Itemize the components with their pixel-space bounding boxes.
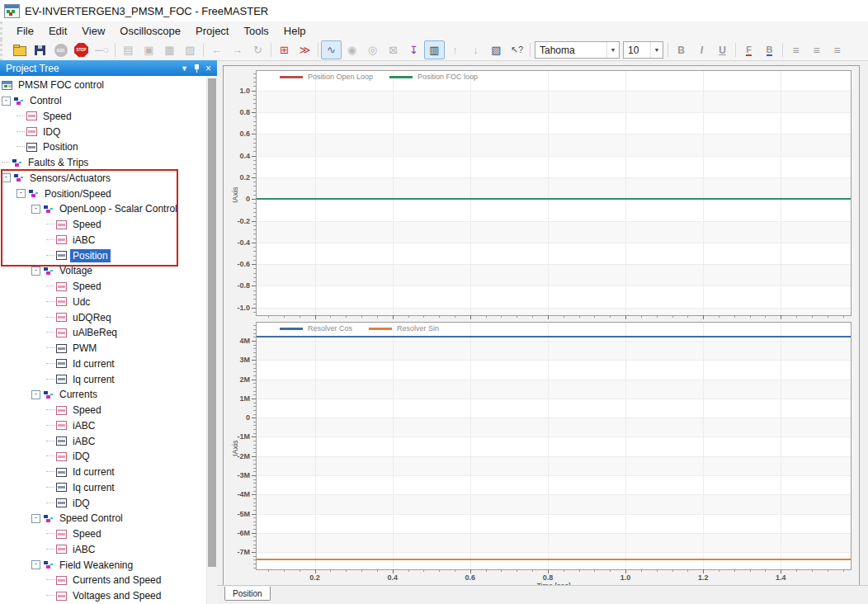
stop-button[interactable]: STOP: [71, 40, 92, 59]
context-help-button[interactable]: ↖?: [507, 40, 527, 59]
resolver-chart[interactable]: 0.20.40.60.81.01.21.44M3M2M1M0-1M-2M-3M-…: [256, 322, 851, 570]
menu-item-file[interactable]: File: [9, 23, 41, 39]
scope-run-button[interactable]: ◎: [362, 40, 383, 59]
tree-item-idq[interactable]: iDQ: [0, 449, 207, 465]
move-up-button[interactable]: ↑: [445, 40, 465, 59]
tree-expander-icon[interactable]: -: [31, 205, 40, 214]
tree-expander-icon[interactable]: -: [31, 560, 40, 569]
tree-item-udc[interactable]: Udc: [0, 295, 207, 310]
tree-item-iq-current[interactable]: Iq current: [0, 480, 207, 496]
go-button[interactable]: GO!: [50, 40, 71, 59]
tree-item-udqreq[interactable]: uDQReq: [0, 309, 207, 325]
x-axis-minor-tick: [672, 315, 673, 318]
tree-item-voltages-and-speed[interactable]: Voltages and Speed: [0, 588, 207, 604]
background-color-button[interactable]: B: [759, 40, 780, 59]
open-project-button[interactable]: [9, 40, 30, 59]
move-down-button[interactable]: ↓: [465, 40, 486, 59]
variable-grid-button[interactable]: ▥: [424, 40, 445, 59]
reload-page-button[interactable]: ↻: [248, 40, 268, 59]
tree-item-faults-trips[interactable]: Faults & Trips: [0, 155, 207, 171]
tree-expander-icon[interactable]: -: [2, 97, 11, 106]
tree-item-id-current[interactable]: Id current: [0, 465, 207, 480]
tree-item-iq-current[interactable]: Iq current: [0, 371, 207, 387]
tree-item-iabc[interactable]: iABC: [0, 418, 207, 434]
y-tick-label: 0: [224, 413, 250, 422]
x-axis-minor-tick: [517, 315, 517, 318]
menu-item-view[interactable]: View: [74, 23, 112, 39]
tree-item-voltage[interactable]: -Voltage: [0, 263, 207, 279]
tree-item-id-current[interactable]: Id current: [0, 356, 207, 372]
align-left-button[interactable]: ≡: [785, 40, 806, 59]
tree-expander-icon[interactable]: -: [31, 390, 40, 399]
tree-item-currents[interactable]: -Currents: [0, 387, 207, 403]
text-color-button[interactable]: F: [738, 40, 759, 59]
copy-button[interactable]: ▣: [139, 40, 159, 59]
tree-item-idq[interactable]: IDQ: [0, 124, 207, 139]
tree-item-speed[interactable]: Speed: [0, 526, 207, 542]
tree-item-field-weakening[interactable]: -Field Weakening: [0, 557, 207, 573]
position-loops-chart[interactable]: 1.00.80.60.40.20-0.2-0.4-0.6-0.8-1.0Posi…: [256, 70, 851, 316]
pin-icon[interactable]: [194, 64, 200, 73]
variable-watch-button[interactable]: ⊞: [274, 40, 295, 59]
italic-button[interactable]: I: [691, 40, 712, 59]
project-blocks-button[interactable]: ▤: [118, 40, 139, 59]
align-center-button[interactable]: ≡: [806, 40, 827, 59]
tree-item-speed[interactable]: Speed: [0, 217, 207, 233]
tree-item-iabc[interactable]: iABC: [0, 433, 207, 449]
tree-item-iabc[interactable]: iABC: [0, 233, 207, 248]
underline-icon: U: [719, 45, 726, 56]
menu-item-oscilloscope[interactable]: Oscilloscope: [112, 23, 188, 39]
menu-item-help[interactable]: Help: [276, 23, 314, 39]
recorder-button[interactable]: ◉: [342, 40, 362, 59]
tree-item-pmsm-foc-control[interactable]: PMSM FOC control: [0, 78, 207, 93]
y-axis-minor-tick: [253, 517, 256, 518]
tree-item-speed[interactable]: Speed: [0, 279, 207, 295]
menu-item-edit[interactable]: Edit: [41, 23, 74, 39]
align-right-button[interactable]: ≡: [827, 40, 847, 59]
tree-item-ualbereq[interactable]: uAlBeReq: [0, 325, 207, 341]
tree-expander-icon[interactable]: -: [31, 267, 40, 276]
back-button[interactable]: ←: [206, 40, 227, 59]
grid-band: [257, 494, 851, 513]
tree-item-idq[interactable]: iDQ: [0, 495, 207, 511]
panel-menu-icon[interactable]: ▼: [181, 64, 188, 73]
tree-item-speed[interactable]: Speed: [0, 109, 207, 125]
y-axis-minor-tick: [253, 387, 256, 388]
tree-scrollbar-thumb[interactable]: [208, 78, 216, 567]
underline-button[interactable]: U: [712, 40, 733, 59]
tree-scrollbar[interactable]: [206, 76, 217, 604]
paste-button[interactable]: ▦: [159, 40, 180, 59]
tree-item-sensors-actuators[interactable]: -Sensors/Actuators: [0, 171, 207, 186]
tree-item-pwm[interactable]: PWM: [0, 341, 207, 356]
y-axis-minor-tick: [253, 103, 256, 104]
tree-expander-icon[interactable]: -: [2, 173, 11, 182]
tree-expander-icon[interactable]: -: [17, 189, 26, 198]
tree-item-currents-and-speed[interactable]: Currents and Speed: [0, 573, 207, 588]
tree-item-position-speed[interactable]: -Position/Speed: [0, 186, 207, 201]
tree-item-control[interactable]: -Control: [0, 93, 207, 109]
print-button[interactable]: ▨: [180, 40, 200, 59]
font-family-select[interactable]: Tahoma ▼: [535, 41, 620, 59]
properties-button[interactable]: ▧: [486, 40, 507, 59]
menu-item-project[interactable]: Project: [188, 23, 236, 39]
font-size-select[interactable]: 10 ▼: [623, 41, 663, 59]
tree-item-position[interactable]: Position: [0, 139, 207, 155]
tab-position[interactable]: Position: [224, 587, 271, 601]
oscilloscope-button[interactable]: ∿: [321, 40, 342, 59]
tree-item-position[interactable]: Position: [0, 248, 207, 263]
tree-item-speed-control[interactable]: -Speed Control: [0, 511, 207, 526]
stimulators-button[interactable]: ≫: [295, 40, 315, 59]
forward-button[interactable]: →: [227, 40, 248, 59]
tree-item-speed[interactable]: Speed: [0, 403, 207, 418]
menu-item-tools[interactable]: Tools: [236, 23, 276, 39]
go-icon: GO!: [54, 44, 68, 57]
tree-expander-icon[interactable]: -: [31, 514, 40, 523]
connection-key-button[interactable]: ─○: [92, 40, 112, 59]
bold-button[interactable]: B: [671, 40, 691, 59]
save-data-button[interactable]: ↧: [403, 40, 424, 59]
tree-item-iabc[interactable]: iABC: [0, 542, 207, 558]
close-icon[interactable]: ×: [205, 63, 211, 74]
tree-item-openloop-scalar-control[interactable]: -OpenLoop - Scalar Control: [0, 201, 207, 217]
save-project-button[interactable]: [30, 40, 50, 59]
xy-scope-button[interactable]: ⊠: [383, 40, 403, 59]
